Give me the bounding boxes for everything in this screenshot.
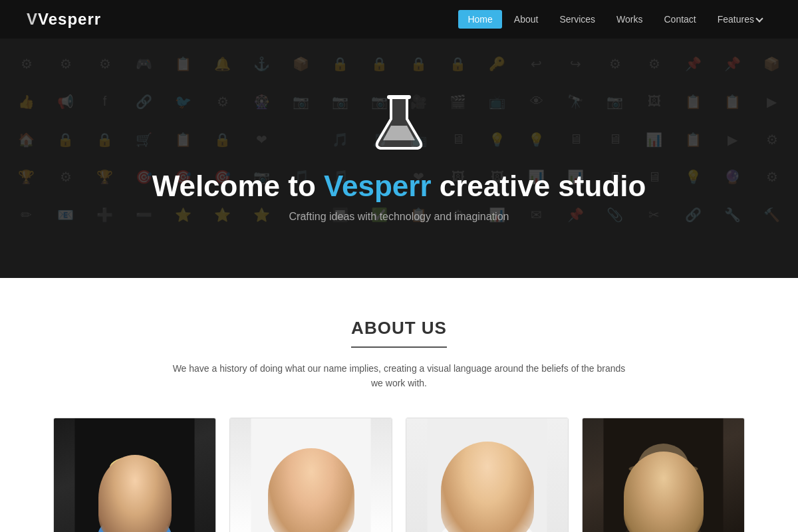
svg-rect-7 (154, 468, 160, 488)
hero-title-after: creative studio (440, 170, 646, 202)
svg-rect-16 (251, 418, 371, 532)
bg-icon: 📋 (164, 45, 203, 83)
svg-point-11 (120, 490, 126, 495)
svg-point-46 (629, 464, 698, 474)
bg-icon: ▶ (752, 83, 791, 121)
svg-rect-8 (115, 488, 132, 497)
bg-icon: 🎮 (124, 45, 164, 83)
svg-point-35 (473, 486, 483, 494)
svg-point-43 (620, 518, 707, 532)
nav-works[interactable]: Works (607, 10, 652, 29)
logo-text: Vesperr (38, 10, 101, 28)
hero-title-brand: Vesperr (324, 170, 431, 202)
team-photo-2 (230, 418, 392, 532)
svg-point-36 (491, 486, 502, 494)
svg-point-50 (670, 489, 675, 493)
svg-point-31 (438, 515, 537, 532)
bg-icon: 📋 (674, 83, 713, 121)
bg-icon: ⚓ (242, 45, 281, 83)
bg-icon: 🔒 (85, 120, 124, 158)
svg-point-47 (650, 488, 659, 495)
svg-point-37 (475, 487, 480, 492)
bg-icon: 💡 (674, 158, 713, 196)
navbar: VVesperr Home About Services Works Conta… (0, 0, 798, 39)
bg-icon: 🔒 (360, 45, 399, 83)
svg-point-12 (142, 490, 148, 495)
team-grid (27, 418, 771, 532)
svg-point-23 (297, 488, 307, 495)
svg-point-15 (123, 511, 147, 522)
svg-rect-1 (75, 418, 195, 532)
bg-icon: 📢 (46, 83, 85, 121)
bg-icon: 📌 (713, 45, 752, 83)
chevron-down-icon (755, 15, 763, 22)
svg-point-17 (265, 518, 358, 532)
team-person-svg-4 (583, 418, 744, 532)
svg-rect-3 (128, 501, 142, 518)
svg-point-34 (460, 455, 515, 475)
bg-icon: f (85, 83, 124, 121)
svg-rect-28 (428, 418, 547, 532)
svg-rect-21 (285, 466, 290, 479)
svg-rect-44 (656, 505, 671, 523)
bg-icon: 🔒 (438, 45, 477, 83)
team-photo-1 (54, 418, 215, 532)
bg-icon: ⚙ (7, 45, 46, 83)
logo-v: V (27, 10, 38, 28)
bg-icon: 📦 (281, 45, 321, 83)
svg-rect-29 (458, 465, 471, 532)
bg-icon: 🔨 (752, 196, 791, 234)
hero-subtitle: Crafting ideas with technology and imagi… (152, 211, 646, 223)
svg-point-5 (110, 456, 160, 480)
nav-features-dropdown[interactable]: Features (708, 10, 771, 29)
nav-home[interactable]: Home (458, 10, 501, 29)
hero-section: ⚙ ⚙ ⚙ 🎮 📋 🔔 ⚓ 📦 🔒 🔒 🔒 🔒 🔑 ↩ ↪ ⚙ ⚙ 📌 📌 📦 … (0, 39, 798, 278)
nav-contact[interactable]: Contact (655, 10, 706, 29)
svg-point-38 (494, 487, 499, 492)
bg-icon: ⚙ (752, 120, 791, 158)
about-section: ABOUT US We have a history of doing what… (0, 278, 798, 532)
team-card-3 (406, 418, 569, 532)
svg-rect-6 (110, 468, 116, 488)
nav-about[interactable]: About (505, 10, 548, 29)
team-person-svg-3 (406, 418, 568, 532)
svg-rect-22 (332, 466, 338, 479)
bg-icon: 📋 (674, 120, 713, 158)
bg-icon: ▶ (713, 120, 752, 158)
bg-icon: ➕ (85, 196, 124, 234)
bg-icon: 🔒 (399, 45, 438, 83)
svg-rect-30 (504, 465, 517, 532)
bg-icon: ⚙ (46, 158, 85, 196)
svg-point-39 (484, 495, 491, 501)
bg-icon: 🏆 (85, 158, 124, 196)
bg-icon: ⚙ (595, 45, 634, 83)
svg-rect-18 (303, 505, 319, 523)
nav-services[interactable]: Services (550, 10, 604, 29)
svg-point-49 (652, 489, 656, 493)
bg-icon: ✏ (7, 196, 46, 234)
svg-point-26 (319, 489, 323, 493)
team-card-2 (229, 418, 392, 532)
svg-rect-41 (466, 521, 499, 532)
team-photo-3 (406, 418, 568, 532)
bg-icon: ↪ (556, 45, 595, 83)
svg-point-2 (98, 515, 172, 532)
svg-rect-42 (604, 418, 724, 532)
svg-point-33 (460, 462, 515, 523)
svg-point-51 (660, 497, 667, 502)
svg-point-13 (132, 499, 138, 503)
bg-icon: 📧 (46, 196, 85, 234)
svg-rect-9 (137, 488, 154, 497)
bg-icon: 📌 (674, 45, 713, 83)
hero-content: Welcome to Vesperr creative studio Craft… (139, 80, 660, 236)
hero-title: Welcome to Vesperr creative studio (152, 170, 646, 203)
svg-rect-32 (479, 506, 496, 526)
svg-point-25 (300, 489, 304, 493)
svg-point-27 (308, 497, 315, 502)
svg-rect-0 (387, 95, 411, 99)
team-person-svg-2 (230, 418, 392, 532)
team-card-4 (582, 418, 745, 532)
flask-icon (372, 94, 426, 154)
svg-point-45 (638, 466, 689, 519)
bg-icon: 👍 (7, 83, 46, 121)
